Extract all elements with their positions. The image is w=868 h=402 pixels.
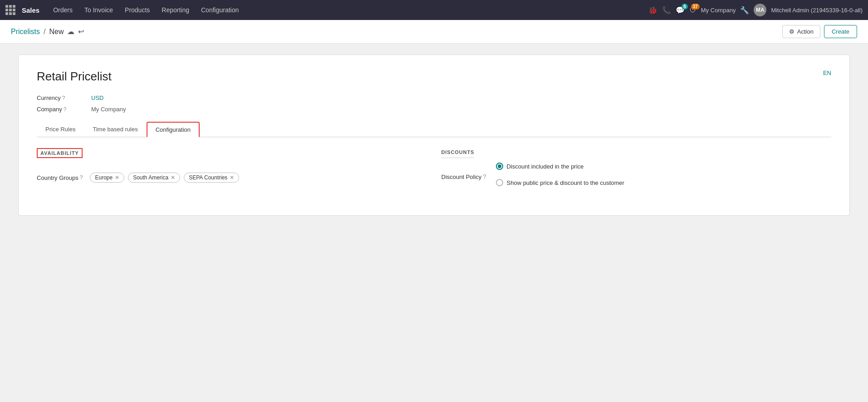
company-label: Company ?	[37, 106, 91, 113]
country-groups-help[interactable]: ?	[80, 174, 83, 181]
availability-header: AVAILABILITY	[37, 148, 427, 165]
discount-included-label: Discount included in the price	[507, 163, 584, 170]
topnav: Sales Orders To Invoice Products Reporti…	[0, 0, 868, 20]
breadcrumb-left: Pricelists / New ☁ ↩	[11, 27, 84, 36]
nav-reporting[interactable]: Reporting	[156, 5, 195, 15]
remove-south-america-button[interactable]: ✕	[171, 175, 175, 180]
radio-included[interactable]	[496, 163, 503, 170]
tab-time-based[interactable]: Time based rules	[84, 122, 146, 137]
discounts-title: DISCOUNTS	[441, 149, 475, 158]
company-help[interactable]: ?	[64, 106, 67, 113]
discount-option-show: Show public price & discount to the cust…	[496, 179, 624, 186]
chat-badge: 8	[682, 4, 688, 10]
avatar[interactable]: MA	[754, 4, 766, 16]
country-groups-row: Country Groups ? Europe ✕ South America …	[37, 173, 427, 183]
discount-policy-label: Discount Policy ?	[441, 174, 496, 180]
clock-badge: 37	[691, 4, 700, 10]
create-button[interactable]: Create	[824, 25, 857, 38]
company-name[interactable]: My Company	[701, 7, 736, 14]
app-switcher-icon[interactable]	[5, 5, 15, 15]
tab-configuration[interactable]: Configuration	[147, 122, 200, 137]
discount-policy-help[interactable]: ?	[483, 174, 486, 180]
tag-south-america: South America ✕	[128, 173, 180, 183]
topnav-menu: Orders To Invoice Products Reporting Con…	[48, 5, 646, 15]
radio-show[interactable]	[496, 179, 503, 186]
currency-help[interactable]: ?	[62, 95, 65, 101]
lang-badge[interactable]: EN	[823, 69, 831, 76]
topnav-right: 🐞 📞 💬 8 ⏱ 37 My Company 🔧 MA Mitchell Ad…	[648, 4, 863, 16]
availability-title: AVAILABILITY	[37, 148, 83, 158]
nav-products[interactable]: Products	[119, 5, 155, 15]
wrench-icon[interactable]: 🔧	[740, 6, 749, 15]
tag-europe: Europe ✕	[90, 173, 124, 183]
discount-option-included: Discount included in the price	[496, 163, 624, 170]
gear-icon: ⚙	[789, 28, 794, 35]
form-title[interactable]: Retail Pricelist	[37, 69, 112, 84]
breadcrumb-link[interactable]: Pricelists	[11, 28, 40, 36]
two-col-layout: AVAILABILITY Country Groups ? Europe ✕ S…	[37, 148, 831, 197]
remove-europe-button[interactable]: ✕	[115, 175, 119, 180]
currency-row: Currency ? USD	[37, 94, 831, 101]
save-cloud-icon[interactable]: ☁	[67, 27, 74, 36]
breadcrumb-bar: Pricelists / New ☁ ↩ ⚙ Action Create	[0, 20, 868, 44]
discount-policy-row: Discount Policy ? Discount included in t…	[441, 163, 832, 191]
breadcrumb-right: ⚙ Action Create	[782, 25, 857, 38]
action-label: Action	[797, 28, 814, 35]
username[interactable]: Mitchell Admin (21945339-16-0-all)	[771, 7, 863, 14]
main-content: Retail Pricelist EN Currency ? USD Compa…	[0, 44, 868, 227]
form-title-row: Retail Pricelist EN	[37, 69, 831, 94]
chat-icon[interactable]: 💬 8	[676, 6, 685, 15]
form-card: Retail Pricelist EN Currency ? USD Compa…	[18, 55, 850, 216]
tabs: Price Rules Time based rules Configurati…	[37, 122, 831, 137]
availability-section: AVAILABILITY Country Groups ? Europe ✕ S…	[37, 148, 427, 197]
discount-options: Discount included in the price Show publ…	[496, 163, 624, 191]
discard-icon[interactable]: ↩	[78, 27, 84, 36]
company-row: Company ? My Company	[37, 106, 831, 113]
discounts-header: DISCOUNTS	[441, 148, 832, 155]
bug-icon[interactable]: 🐞	[648, 6, 657, 15]
tab-price-rules[interactable]: Price Rules	[37, 122, 84, 137]
nav-configuration[interactable]: Configuration	[196, 5, 244, 15]
radio-inner-included	[498, 164, 501, 168]
currency-label: Currency ?	[37, 94, 91, 101]
tab-content-configuration: AVAILABILITY Country Groups ? Europe ✕ S…	[37, 137, 831, 197]
app-brand[interactable]: Sales	[22, 6, 39, 14]
breadcrumb-current: New	[49, 28, 64, 36]
nav-orders[interactable]: Orders	[48, 5, 78, 15]
clock-icon[interactable]: ⏱ 37	[689, 6, 696, 14]
discount-show-label: Show public price & discount to the cust…	[507, 179, 624, 186]
discounts-section: DISCOUNTS Discount Policy ?	[441, 148, 832, 197]
company-value[interactable]: My Company	[91, 106, 126, 113]
currency-value[interactable]: USD	[91, 94, 103, 101]
breadcrumb-separator: /	[44, 28, 45, 36]
country-groups-label: Country Groups ?	[37, 174, 83, 181]
nav-toinvoice[interactable]: To Invoice	[79, 5, 118, 15]
remove-sepa-button[interactable]: ✕	[230, 175, 234, 180]
tag-sepa-countries: SEPA Countries ✕	[184, 173, 239, 183]
phone-icon[interactable]: 📞	[662, 6, 671, 15]
action-button[interactable]: ⚙ Action	[782, 25, 820, 38]
